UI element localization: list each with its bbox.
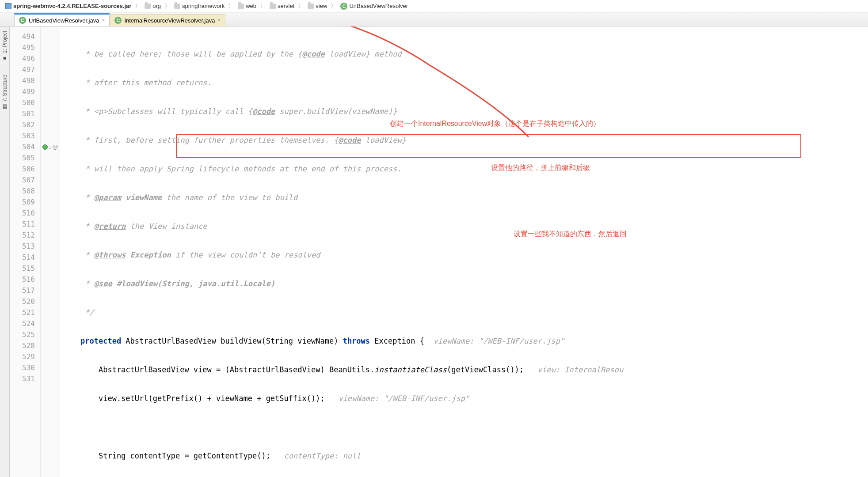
line-number: 502 [10,119,40,130]
code-line: */ [60,307,868,318]
override-icon [42,144,48,150]
code-line: * <p>Subclasses will typically call {@co… [60,106,868,117]
line-number: 513 [10,241,40,252]
code-line: * @param viewName the name of the view t… [60,192,868,203]
code-line: * first, before setting further properti… [60,135,868,146]
line-number-gutter[interactable]: 494 495 496 497 498 499 500 501 502 503 … [10,26,41,477]
code-line: * after this method returns. [60,77,868,88]
line-number: 515 [10,263,40,274]
tool-structure[interactable]: ▤7: Structure [2,75,8,110]
line-number: 525 [10,329,40,340]
class-icon: C [340,3,347,10]
folder-icon [238,4,244,9]
line-number: 517 [10,285,40,296]
tab-label: InternalResourceViewResolver.java [124,17,215,24]
chevron-right-icon: 〉 [331,2,337,10]
code-line: AbstractUrlBasedView view = (AbstractUrl… [60,364,868,375]
line-number: 504 [10,141,40,152]
code-line: protected AbstractUrlBasedView buildView… [60,336,868,347]
code-line: * will then apply Spring lifecycle metho… [60,163,868,174]
at-icon: @ [52,144,58,150]
chevron-right-icon: 〉 [135,2,141,10]
override-marker[interactable]: ↓@ [41,141,60,152]
breadcrumb-item-view[interactable]: view [306,2,329,10]
folder-icon [145,4,151,9]
editor-content[interactable]: * be called here; those will be applied … [60,26,868,477]
folder-icon [174,4,180,9]
line-number: 505 [10,152,40,163]
line-number: 503 [10,130,40,141]
line-number: 507 [10,174,40,186]
code-line: String contentType = getContentType(); c… [60,450,868,462]
line-number: 499 [10,86,40,97]
breadcrumb-item-servlet[interactable]: servlet [268,2,296,10]
line-number: 497 [10,64,40,75]
annotation-text: 创建一个InternalResourceView对象（这个是在子类构造中传入的） [390,119,600,129]
gutter-icons: ↓@ [41,26,60,477]
line-number: 494 [10,31,40,42]
line-number: 501 [10,108,40,119]
close-icon[interactable]: × [217,17,221,23]
class-icon: C [19,17,26,24]
line-number: 530 [10,362,40,373]
line-number: 528 [10,340,40,351]
class-icon: C [114,17,122,24]
breadcrumb-item-org[interactable]: org [143,2,163,10]
tab-label: UrlBasedViewResolver.java [29,17,99,24]
implements-icon: ↓ [49,144,52,150]
line-number: 495 [10,42,40,53]
chevron-right-icon: 〉 [298,2,304,10]
line-number: 516 [10,274,40,285]
breadcrumb-item-springframework[interactable]: springframework [172,2,226,10]
tab-internalresourceviewresolver[interactable]: C InternalResourceViewResolver.java × [110,14,225,26]
line-number: 521 [10,307,40,318]
main-area: ■1: Project ▤7: Structure 494 495 496 49… [0,26,868,477]
line-number: 498 [10,75,40,86]
code-line: view.setUrl(getPrefix() + viewName + get… [60,393,868,404]
tool-project[interactable]: ■1: Project [2,31,8,61]
line-number: 508 [10,186,40,197]
line-number: 512 [10,230,40,241]
close-icon[interactable]: × [102,17,105,23]
breadcrumb-item-web[interactable]: web [236,2,258,10]
breadcrumb-item-class[interactable]: CUrlBasedViewResolver [339,2,410,11]
line-number: 520 [10,296,40,307]
chevron-right-icon: 〉 [260,2,266,10]
breadcrumb: spring-webmvc-4.2.4.RELEASE-sources.jar … [0,0,868,12]
code-line [60,422,868,433]
line-number: 531 [10,373,40,384]
line-number: 509 [10,197,40,208]
folder-icon [270,4,276,9]
line-number: 529 [10,351,40,362]
line-number: 496 [10,53,40,64]
line-number: 510 [10,208,40,219]
line-number: 506 [10,163,40,174]
line-number: 524 [10,318,40,329]
editor-tabs: C UrlBasedViewResolver.java × C Internal… [0,12,868,26]
chevron-right-icon: 〉 [228,2,234,10]
code-line: * @throws Exception if the view couldn't… [60,250,868,261]
line-number: 511 [10,219,40,230]
code-line: * be called here; those will be applied … [60,49,868,60]
folder-icon [308,4,314,9]
code-line: * @return the View instance [60,221,868,232]
tab-urlbasedviewresolver[interactable]: C UrlBasedViewResolver.java × [14,13,110,26]
breadcrumb-item-jar[interactable]: spring-webmvc-4.2.4.RELEASE-sources.jar [4,2,133,10]
jar-icon [5,3,11,9]
line-number: 514 [10,252,40,263]
chevron-right-icon: 〉 [164,2,171,10]
line-number: 500 [10,97,40,108]
tool-window-bar: ■1: Project ▤7: Structure [0,26,10,477]
code-line: * @see #loadView(String, java.util.Local… [60,278,868,289]
